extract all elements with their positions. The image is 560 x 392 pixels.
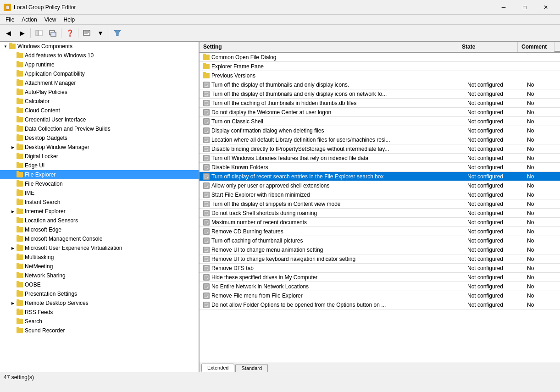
table-row-turn-off-caching[interactable]: Turn off the caching of thumbnails in hi… [200,99,560,108]
cell-setting-do-not-track-shell: Do not track Shell shortcuts during roam… [200,210,464,217]
tree-item-microsoft-edge[interactable]: Microsoft Edge [0,225,199,234]
table-row-common-open-file[interactable]: Common Open File Dialog [200,53,560,62]
show-hide-tree-button[interactable] [33,27,45,39]
table-row-remove-cd-burning[interactable]: Remove CD Burning featuresNot configured… [200,227,560,236]
tree-item-oobe[interactable]: OOBE [0,280,199,289]
filter-button[interactable]: ▼ [94,27,107,39]
cell-comment-remove-ui-keyboard-nav: No [523,255,560,263]
expand-icon-desktop-wm[interactable]: ▶ [9,145,17,149]
expand-icon-ms-uev[interactable]: ▶ [9,246,17,250]
back-button[interactable]: ◀ [2,27,15,39]
filter-icon-button[interactable] [111,27,124,39]
menu-help[interactable]: Help [60,16,79,24]
header-comment[interactable]: Comment [518,42,554,52]
tree-item-mmc[interactable]: Microsoft Management Console [0,234,199,243]
setting-label-hide-specified-drives: Hide these specified drives in My Comput… [211,274,317,281]
forward-button[interactable]: ▶ [16,27,28,39]
tree-item-remote-desktop[interactable]: ▶Remote Desktop Services [0,298,199,308]
table-row-turn-on-classic-shell[interactable]: Turn on Classic ShellNot configuredNo [200,117,560,126]
cell-state-turn-off-libraries: Not configured [464,155,523,162]
table-row-do-not-display-welcome[interactable]: Do not display the Welcome Center at use… [200,108,560,117]
cell-setting-remove-ui-keyboard-nav: Remove UI to change keyboard navigation … [200,255,464,263]
cell-setting-disable-known-folders: Disable Known Folders [200,164,464,171]
close-button[interactable]: ✕ [535,0,556,15]
tree-item-rss-feeds[interactable]: RSS Feeds [0,308,199,317]
tree-item-app-compat[interactable]: Application Compatibility [0,69,199,78]
table-row-start-file-explorer-ribbon[interactable]: Start File Explorer with ribbon minimize… [200,190,560,199]
table-row-remove-ui-menu-animation[interactable]: Remove UI to change menu animation setti… [200,245,560,254]
tree-item-add-features[interactable]: Add features to Windows 10 [0,51,199,60]
minimize-button[interactable]: ─ [493,0,514,15]
tree-panel[interactable]: ▼Windows ComponentsAdd features to Windo… [0,42,200,372]
tree-item-network-sharing[interactable]: Network Sharing [0,271,199,280]
policy-icon-row-start-file-explorer-ribbon [203,192,210,198]
help-button[interactable]: ❓ [63,27,76,39]
table-row-turn-off-recent-search[interactable]: Turn off display of recent search entrie… [200,172,560,181]
tree-item-internet-explorer[interactable]: ▶Internet Explorer [0,207,199,216]
folder-icon-edge-ui [17,163,23,168]
menu-file[interactable]: File [2,16,18,24]
tree-item-instant-search[interactable]: Instant Search [0,198,199,207]
table-row-previous-versions[interactable]: Previous Versions [200,71,560,80]
new-window-button[interactable] [46,27,59,39]
table-row-do-not-track-shell[interactable]: Do not track Shell shortcuts during roam… [200,209,560,218]
tab-extended[interactable]: Extended [201,364,234,372]
table-row-display-confirmation[interactable]: Display confirmation dialog when deletin… [200,126,560,135]
header-setting[interactable]: Setting [200,42,458,52]
table-row-turn-off-libraries[interactable]: Turn off Windows Libraries features that… [200,154,560,163]
table-row-location-library[interactable]: Location where all default Library defin… [200,135,560,144]
table-row-disable-known-folders[interactable]: Disable Known FoldersNot configuredNo [200,163,560,172]
tree-item-autoplay[interactable]: AutoPlay Policies [0,88,199,97]
expand-icon-internet-explorer[interactable]: ▶ [9,210,17,214]
tree-item-windows-components[interactable]: ▼Windows Components [0,42,199,51]
table-row-disable-binding[interactable]: Disable binding directly to IPropertySet… [200,144,560,154]
tree-item-search[interactable]: Search [0,317,199,326]
table-row-remove-file-menu[interactable]: Remove File menu from File ExplorerNot c… [200,291,560,300]
tree-item-data-collection[interactable]: Data Collection and Preview Builds [0,124,199,133]
table-row-turn-off-thumbnails-network[interactable]: Turn off the display of thumbnails and o… [200,89,560,99]
tree-item-edge-ui[interactable]: Edge UI [0,161,199,170]
table-row-turn-off-thumbnails[interactable]: Turn off the display of thumbnails and o… [200,80,560,89]
menu-action[interactable]: Action [18,16,40,24]
tree-item-ime[interactable]: IME [0,188,199,198]
tree-item-credential-ui[interactable]: Credential User Interface [0,115,199,124]
tree-item-app-runtime[interactable]: App runtime [0,60,199,69]
table-row-max-recent-docs[interactable]: Maximum number of recent documentsNot co… [200,218,560,227]
cell-state-explorer-frame [464,66,523,67]
tree-item-location-sensors[interactable]: Location and Sensors [0,216,199,225]
table-row-explorer-frame[interactable]: Explorer Frame Pane [200,62,560,71]
tree-item-desktop-gadgets[interactable]: Desktop Gadgets [0,133,199,143]
table-row-turn-off-snippets[interactable]: Turn off the display of snippets in Cont… [200,199,560,209]
tab-standard[interactable]: Standard [235,364,268,372]
tree-item-sound-recorder[interactable]: Sound Recorder [0,326,199,335]
cell-setting-do-not-display-welcome: Do not display the Welcome Center at use… [200,109,464,116]
menu-view[interactable]: View [41,16,60,24]
tree-item-calculator[interactable]: Calculator [0,97,199,106]
tree-item-file-explorer[interactable]: File Explorer [0,170,199,179]
tree-item-cloud-content[interactable]: Cloud Content [0,106,199,115]
table-row-turn-off-thumbnail-cache[interactable]: Turn off caching of thumbnail picturesNo… [200,236,560,245]
tree-item-multitasking[interactable]: Multitasking [0,253,199,262]
table-row-allow-only-per-user[interactable]: Allow only per user or approved shell ex… [200,181,560,190]
folder-icon-add-features [17,53,23,58]
expand-icon-windows-components[interactable]: ▼ [2,44,9,49]
table-row-remove-dfs-tab[interactable]: Remove DFS tabNot configuredNo [200,264,560,273]
tree-item-digital-locker[interactable]: Digital Locker [0,152,199,161]
tree-item-netmeeting[interactable]: NetMeeting [0,262,199,271]
table-row-remove-ui-keyboard-nav[interactable]: Remove UI to change keyboard navigation … [200,254,560,264]
tree-item-desktop-wm[interactable]: ▶Desktop Window Manager [0,143,199,152]
settings-table[interactable]: Setting State Comment Common Open File D… [200,42,560,362]
tree-item-file-revocation[interactable]: File Revocation [0,179,199,188]
table-row-no-entire-network[interactable]: No Entire Network in Network LocationsNo… [200,282,560,291]
table-row-do-not-allow-folder-options[interactable]: Do not allow Folder Options to be opened… [200,300,560,309]
tree-item-presentation[interactable]: Presentation Settings [0,289,199,298]
cell-setting-no-entire-network: No Entire Network in Network Locations [200,283,464,290]
expand-icon-remote-desktop[interactable]: ▶ [9,301,17,305]
header-state[interactable]: State [458,42,518,52]
tree-item-attachment-mgr[interactable]: Attachment Manager [0,78,199,88]
table-row-hide-specified-drives[interactable]: Hide these specified drives in My Comput… [200,273,560,282]
properties-button[interactable] [80,27,93,39]
tab-bar: ExtendedStandard [200,362,560,372]
maximize-button[interactable]: □ [514,0,535,15]
tree-item-ms-uev[interactable]: ▶Microsoft User Experience Virtualizatio… [0,243,199,253]
